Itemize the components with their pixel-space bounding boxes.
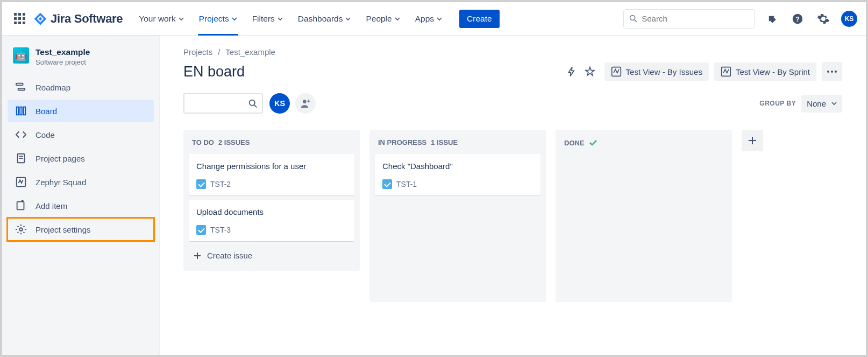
sidebar-item-code[interactable]: Code [8,123,154,146]
sidebar-item-board[interactable]: Board [8,100,154,122]
task-type-icon [196,225,206,235]
ellipsis-icon [827,70,837,73]
nav-projects[interactable]: Projects [191,2,245,35]
svg-rect-6 [17,107,19,115]
chevron-down-icon [345,16,351,22]
sidebar-item-label: Code [35,130,55,139]
svg-text:?: ? [795,15,800,23]
sidebar-item-label: Board [35,107,57,116]
plus-icon [193,251,202,260]
issue-card[interactable]: Upload documents TST-3 [189,200,354,241]
card-title: Change permissions for a user [196,162,347,171]
plus-icon [747,135,758,146]
column-header[interactable]: IN PROGRESS 1 ISSUE [375,138,540,154]
project-icon: 🤖 [13,47,29,64]
chevron-down-icon [179,16,184,22]
column-header[interactable]: DONE [561,138,727,155]
chevron-down-icon [278,16,283,22]
top-navbar: Jira Software Your work Projects Filters… [2,2,866,36]
column-done: DONE [556,130,732,302]
svg-rect-13 [17,202,24,210]
card-key: TST-1 [396,180,417,188]
card-key: TST-3 [210,226,231,234]
zephyr-icon [721,66,731,77]
create-button[interactable]: Create [459,10,500,28]
project-name: Test_example [35,47,90,57]
card-title: Check "Dashboard" [382,162,533,171]
add-column-button[interactable] [742,130,763,151]
search-field[interactable] [623,9,755,29]
sidebar-item-label: Roadmap [35,83,70,92]
sidebar-item-zephyr[interactable]: Zephyr Squad [8,171,154,193]
card-key: TST-2 [210,180,231,188]
svg-point-20 [831,71,833,73]
breadcrumb: Projects / Test_example [183,47,842,57]
sidebar-item-project-pages[interactable]: Project pages [8,147,154,170]
add-people-button[interactable] [295,93,316,114]
create-issue-button[interactable]: Create issue [189,246,354,265]
app-switcher-icon[interactable] [11,10,28,27]
help-icon[interactable]: ? [788,10,807,28]
add-item-icon [15,200,27,212]
breadcrumb-root[interactable]: Projects [183,47,212,57]
code-icon [15,129,27,141]
svg-point-21 [835,71,837,73]
notifications-icon[interactable] [763,10,781,28]
sidebar-item-label: Project settings [35,225,91,234]
nav-apps[interactable]: Apps [408,2,450,35]
board-icon [15,105,27,117]
sidebar-item-add[interactable]: Add item [8,194,154,217]
nav-filters[interactable]: Filters [245,2,290,35]
board-title: EN board [183,64,245,80]
chevron-down-icon [831,101,837,106]
settings-icon[interactable] [814,10,833,28]
project-header[interactable]: 🤖 Test_example Software project [8,45,154,76]
sidebar-item-roadmap[interactable]: Roadmap [8,76,154,99]
svg-rect-7 [20,107,22,115]
jira-diamond-icon [33,12,47,26]
breadcrumb-project[interactable]: Test_example [225,47,275,57]
nav-people[interactable]: People [358,2,407,35]
automation-icon[interactable] [563,62,581,81]
jira-logo[interactable]: Jira Software [33,12,123,26]
add-person-icon [300,98,311,109]
task-type-icon [382,179,392,189]
main-content: Projects / Test_example EN board Test Vi… [160,36,866,355]
check-icon [589,138,597,147]
task-type-icon [196,179,206,189]
svg-rect-4 [16,83,23,86]
svg-rect-5 [18,88,25,90]
svg-line-23 [254,105,257,107]
board-search-input[interactable] [183,93,263,114]
assignee-filter-avatar[interactable]: KS [269,93,290,114]
nav-your-work[interactable]: Your work [131,2,191,35]
column-todo: TO DO 2 ISSUES Change permissions for a … [183,130,360,271]
view-by-sprint-button[interactable]: Test View - By Sprint [714,62,816,81]
groupby-label: GROUP BY [759,100,796,107]
sidebar-item-label: Project pages [35,154,85,163]
settings-icon [15,223,27,235]
pages-icon [15,152,27,164]
column-header[interactable]: TO DO 2 ISSUES [189,138,354,154]
view-by-issues-button[interactable]: Test View - By Issues [604,62,709,81]
sidebar-item-project-settings[interactable]: Project settings [8,218,154,241]
project-type: Software project [35,58,90,66]
groupby-select[interactable]: None [801,95,842,113]
nav-dashboards[interactable]: Dashboards [290,2,359,35]
user-avatar[interactable]: KS [841,11,857,27]
sidebar-item-label: Zephyr Squad [35,178,86,187]
more-actions-button[interactable] [822,62,842,81]
star-icon[interactable] [581,62,599,81]
card-title: Upload documents [196,207,347,216]
svg-rect-8 [24,107,26,115]
chevron-down-icon [437,16,442,22]
chevron-down-icon [232,16,237,22]
svg-point-0 [630,15,635,20]
issue-card[interactable]: Change permissions for a user TST-2 [189,154,354,195]
search-icon [629,14,637,23]
zephyr-icon [611,66,622,77]
issue-card[interactable]: Check "Dashboard" TST-1 [375,154,540,195]
svg-line-1 [635,20,637,22]
search-input[interactable] [642,14,749,23]
sidebar-item-label: Add item [35,201,67,211]
